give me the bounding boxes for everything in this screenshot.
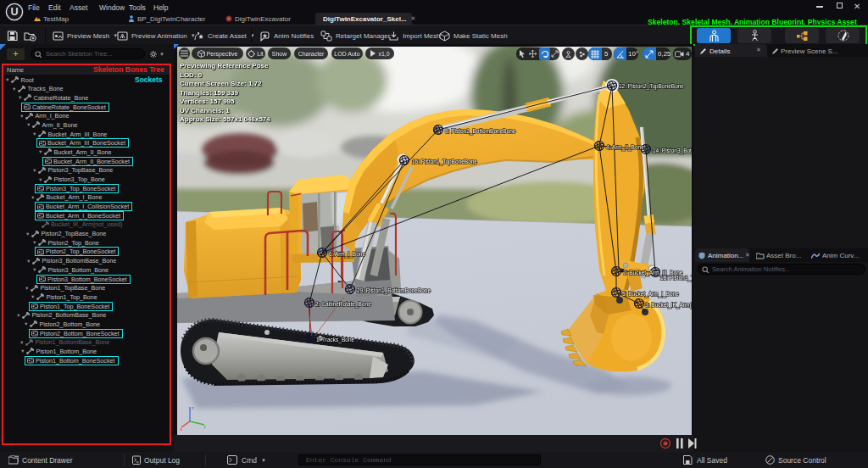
svg-text:2: CabineRotate_Bone: 2: CabineRotate_Bone [315,301,371,308]
svg-text:6: Arm_I_Bone: 6: Arm_I_Bone [329,251,365,258]
svg-text:18: Piston3_Top: 18: Piston3_Top [660,275,693,281]
svg-text:29: Piston1_BottomBoneBone: 29: Piston1_BottomBoneBone [357,287,431,294]
svg-text:1: Tracks_Bone: 1: Tracks_Bone [316,337,355,343]
svg-text:16: Piston1_TopBoneBone: 16: Piston1_TopBoneBone [412,159,477,165]
svg-text:y: y [203,424,206,429]
svg-text:z: z [192,405,194,410]
svg-text:5: Bucket_Arm_I_Bone: 5: Bucket_Arm_I_Bone [622,291,679,298]
svg-text:12: Piston2_TopBoneBone: 12: Piston2_TopBoneBone [619,83,684,90]
svg-text:x: x [180,426,182,432]
svg-text:3: Bucket_IK_Arm(no: 3: Bucket_IK_Arm(no [645,302,693,309]
svg-text:U: U [10,6,18,18]
svg-text:14: Piston3_Bottom: 14: Piston3_Bottom [653,148,693,154]
svg-text:4: Arm_II_Bone: 4: Arm_II_Bone [606,144,644,151]
svg-text:8: Piston2_BottomBoneBone: 8: Piston2_BottomBoneBone [445,128,516,135]
